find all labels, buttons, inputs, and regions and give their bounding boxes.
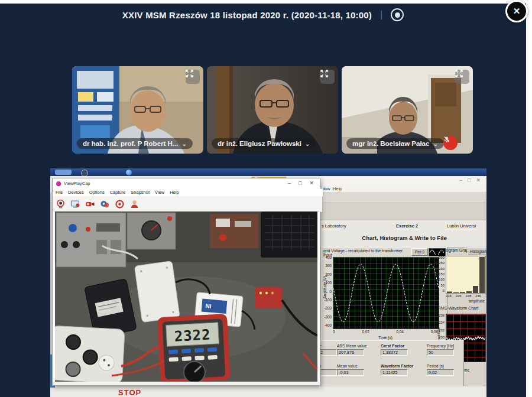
expand-arrows-icon xyxy=(186,70,193,77)
blue-app-icon xyxy=(126,170,132,175)
webcam-icon xyxy=(55,198,66,210)
meeting-title: XXIV MSM Rzeszów 18 listopad 2020 r. (20… xyxy=(122,10,372,20)
stop-button: STOP xyxy=(118,388,141,397)
value-cell: Waveform Factor 1,11425 xyxy=(381,364,427,384)
expand-arrows-icon xyxy=(320,70,328,77)
maximize-icon: □ xyxy=(299,180,301,186)
header-separator: | xyxy=(380,9,382,20)
desktop-button xyxy=(55,170,72,175)
menu-item: Capture xyxy=(110,190,126,195)
participant-tiles: dr hab. inż. prof. P Robert H... ⌄ xyxy=(72,66,473,154)
menu-item: Help xyxy=(170,190,179,195)
minimize-icon: – xyxy=(288,180,291,186)
participant-tile-1[interactable]: dr hab. inż. prof. P Robert H... ⌄ xyxy=(72,66,203,154)
viewplaycap-titlebar: ViewPlayCap – □ ✕ xyxy=(53,178,320,189)
lab-bench-video: NI xyxy=(55,211,317,382)
voltage-x-axis-label: Time (s) xyxy=(333,336,438,340)
viewplaycap-window-controls: – □ ✕ xyxy=(288,180,314,186)
viewplaycap-window: ViewPlayCap – □ ✕ FileDevicesOptionsCapt… xyxy=(52,178,320,386)
participant-name-pill[interactable]: mgr inż. Boelsław Pałac ⌄ xyxy=(346,138,444,149)
voltage-chart-panel: grid Voltage - recalculated to the trans… xyxy=(321,247,447,344)
participant-name-pill[interactable]: dr hab. inż. prof. P Robert H... ⌄ xyxy=(77,138,193,149)
participant-tile-2[interactable]: dr inż. Eligiusz Pawłowski ⌄ xyxy=(207,66,338,154)
participant-name: dr hab. inż. prof. P Robert H... xyxy=(83,140,178,147)
lab-bench-photo: NI xyxy=(55,211,317,382)
exercise-label: Exercise 2 xyxy=(396,223,418,229)
menu-item: Snapshot xyxy=(131,190,150,195)
chevron-down-icon: ⌄ xyxy=(181,141,186,147)
close-window-icon: ✕ xyxy=(476,177,481,183)
chevron-down-icon: ⌄ xyxy=(305,141,310,147)
fullscreen-icon[interactable] xyxy=(320,70,335,84)
meeting-header: XXIV MSM Rzeszów 18 listopad 2020 r. (20… xyxy=(0,8,526,21)
person-icon xyxy=(129,198,140,210)
value-cell: Period [s] 0,02 xyxy=(427,364,460,384)
microphone-muted-icon[interactable] xyxy=(443,136,458,150)
maximize-icon: □ xyxy=(468,177,471,183)
labview-bottom-strip: STOP xyxy=(50,386,486,397)
viewplaycap-title: ViewPlayCap xyxy=(64,181,90,186)
minimize-icon: – xyxy=(459,177,462,183)
close-icon[interactable]: ✕ xyxy=(505,0,528,22)
white-instrument-box xyxy=(134,261,180,323)
university-label: Lublin Universi xyxy=(447,223,476,229)
value-cell: Mean value -0,01 xyxy=(337,364,381,384)
voltage-chart-title: grid Voltage - recalculated to the trans… xyxy=(323,249,411,257)
menu-item: View xyxy=(155,190,164,195)
multimeter: 2322 xyxy=(157,314,231,382)
multimeter-reading: 2322 xyxy=(174,326,211,344)
svg-text:NI: NI xyxy=(205,302,212,310)
tf-app-icon xyxy=(81,170,88,177)
viewplaycap-statusbar xyxy=(53,382,320,385)
participant-name-pill[interactable]: dr inż. Eligiusz Pawłowski ⌄ xyxy=(212,138,316,149)
settings-iris-icon xyxy=(114,198,125,210)
power-supply xyxy=(56,213,126,267)
value-cell: Frequency [Hz] 50 xyxy=(427,344,460,364)
voltage-x-ticks: 00,020,040,06 xyxy=(333,330,438,334)
camcorder-icon xyxy=(85,198,96,210)
value-cell: ABS Mean value 207,876 xyxy=(337,344,381,364)
values-grid: …tude …612 ABS Mean value 207,876 Crest … xyxy=(310,344,463,384)
vi-title: Chart, Histogram & Write to File xyxy=(316,235,486,241)
rms-chart-title: RMS Waveform Chart xyxy=(438,306,478,310)
viewplaycap-menubar: FileDevicesOptionsCaptureSnapshotViewHel… xyxy=(53,188,323,197)
usb-hub xyxy=(255,287,282,308)
menu-item: Options xyxy=(89,190,105,195)
monitor-capture-icon xyxy=(70,198,81,210)
menu-item: Devices xyxy=(68,190,84,195)
menu-item: File xyxy=(56,190,63,195)
histogram-plot xyxy=(446,256,486,294)
histogram-button: Histogram xyxy=(468,247,486,255)
fullscreen-icon[interactable] xyxy=(455,70,469,84)
desktop-title-bar xyxy=(50,168,486,176)
measurement-values-panel: …tude …612 ABS Mean value 207,876 Crest … xyxy=(306,340,464,386)
histogram-title: Histogram Graph xyxy=(439,248,471,252)
autotransformer xyxy=(127,213,176,249)
outer-window-controls: – □ ✕ xyxy=(459,177,481,183)
value-cell: Crest Factor 1,38372 xyxy=(381,344,427,364)
expand-arrows-icon xyxy=(455,70,463,77)
chevron-down-icon: ⌄ xyxy=(433,141,437,147)
screen-share[interactable]: CW5_Exercise_1_prog_2_lab16_dev1.vi Fron… xyxy=(50,168,486,397)
close-window-icon: ✕ xyxy=(309,180,314,186)
fullscreen-icon[interactable] xyxy=(186,70,200,84)
devices-icon xyxy=(99,198,111,210)
voltage-y-ticks: 4003002001000-100-200-300-400 xyxy=(323,255,332,327)
labview-header: s Laboratory Exercise 2 Lublin Universi … xyxy=(315,220,486,248)
lab-name: s Laboratory xyxy=(322,223,346,229)
power-strip xyxy=(55,326,125,382)
histogram-x-axis-label: amplitude xyxy=(446,299,485,303)
participant-tile-3[interactable]: mgr inż. Boelsław Pałac ⌄ xyxy=(342,66,473,154)
component-box xyxy=(210,214,258,248)
voltage-waveform-plot xyxy=(333,257,439,329)
plot-legend-button: Plot 0 xyxy=(411,248,428,256)
viewplaycap-toolbar xyxy=(53,196,322,212)
record-icon[interactable] xyxy=(391,8,404,21)
histogram-y-ticks: 300250200150100500 xyxy=(438,256,445,292)
laptop-keyboard xyxy=(261,211,317,258)
viewplaycap-app-icon xyxy=(56,181,61,186)
participant-name: mgr inż. Boelsław Pałac xyxy=(352,140,429,147)
participant-name: dr inż. Eligiusz Pawłowski xyxy=(218,140,301,147)
histogram-x-ticks: 224226228230 xyxy=(446,294,481,298)
